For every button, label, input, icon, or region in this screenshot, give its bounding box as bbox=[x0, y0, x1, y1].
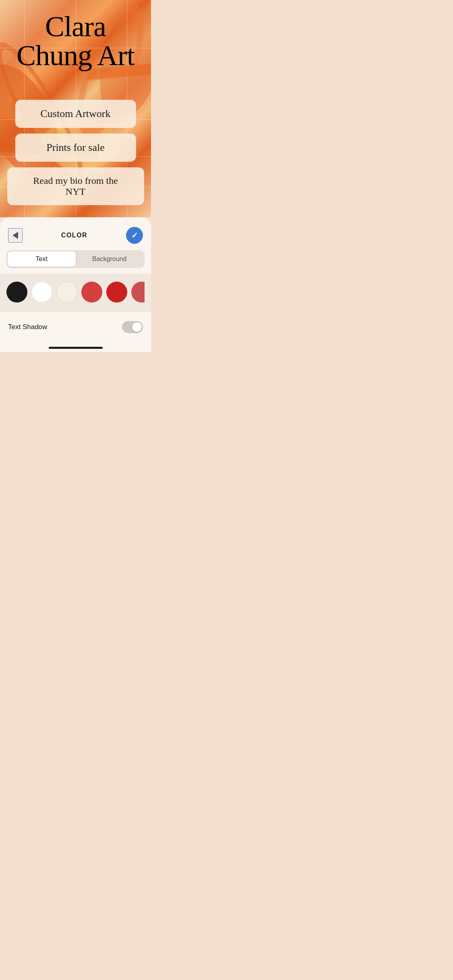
segment-control[interactable]: Text Background bbox=[6, 250, 145, 268]
title-line2: Chung Art bbox=[4, 41, 147, 70]
color-swatch-black[interactable] bbox=[6, 282, 27, 303]
color-swatches bbox=[6, 282, 145, 304]
checkmark-icon: ✓ bbox=[131, 231, 138, 240]
segment-text-button[interactable]: Text bbox=[8, 251, 76, 267]
panel-title: COLOR bbox=[61, 232, 87, 239]
panel-header: COLOR ✓ bbox=[0, 224, 151, 250]
color-panel: COLOR ✓ Text Background Text Shadow bbox=[0, 217, 151, 352]
art-background: Clara Chung Art Custom Artwork Prints fo… bbox=[0, 0, 151, 217]
text-shadow-row: Text Shadow bbox=[0, 312, 151, 342]
title-line1: Clara bbox=[4, 12, 147, 41]
color-swatch-cream[interactable] bbox=[56, 282, 77, 303]
text-shadow-label: Text Shadow bbox=[8, 323, 47, 331]
color-swatch-red-medium[interactable] bbox=[106, 282, 127, 303]
read-bio-button[interactable]: Read my bio from the NYT bbox=[7, 167, 144, 205]
home-indicator bbox=[0, 342, 151, 352]
artist-title: Clara Chung Art bbox=[0, 12, 151, 70]
text-shadow-toggle[interactable] bbox=[122, 321, 143, 333]
segment-background-button[interactable]: Background bbox=[76, 251, 144, 267]
confirm-button[interactable]: ✓ bbox=[126, 227, 143, 244]
prints-for-sale-button[interactable]: Prints for sale bbox=[15, 134, 136, 162]
custom-artwork-button[interactable]: Custom Artwork bbox=[15, 100, 136, 128]
color-swatch-red-muted[interactable] bbox=[131, 282, 145, 303]
color-swatch-red-light[interactable] bbox=[81, 282, 102, 303]
back-icon bbox=[12, 232, 18, 239]
art-buttons-container: Custom Artwork Prints for sale Read my b… bbox=[0, 100, 151, 205]
back-button[interactable] bbox=[8, 228, 23, 243]
home-bar bbox=[49, 347, 103, 349]
color-swatches-container bbox=[0, 274, 151, 312]
toggle-knob bbox=[132, 322, 142, 332]
grid-line-v3 bbox=[127, 0, 127, 217]
color-swatch-white[interactable] bbox=[31, 282, 52, 303]
